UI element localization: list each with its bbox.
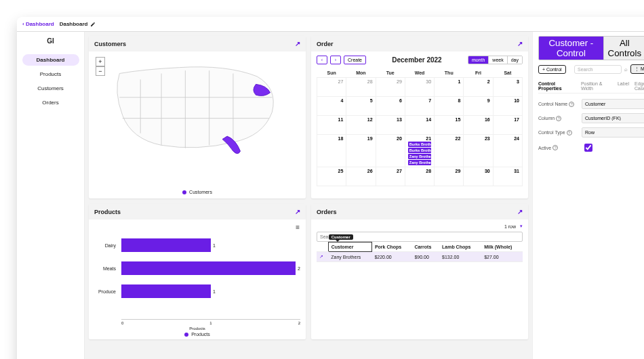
active-checkbox[interactable] — [584, 144, 592, 152]
props-search-input[interactable] — [574, 65, 622, 74]
sidebar: GI DashboardProductsCustomersOrders — [17, 32, 85, 359]
cal-cell[interactable]: 5 — [346, 97, 376, 116]
help-icon[interactable]: ? — [556, 116, 561, 121]
cal-cell[interactable]: 29 — [376, 78, 405, 97]
cal-cell[interactable]: 11 — [317, 116, 346, 135]
props-tab[interactable]: Position & Width — [581, 79, 612, 93]
control-name-input[interactable] — [582, 99, 644, 109]
scope-this-button[interactable]: Customer - Control — [539, 37, 604, 60]
view-day-button[interactable]: day — [508, 56, 522, 64]
cal-cell[interactable]: 23 — [464, 135, 493, 167]
scope-all-button[interactable]: All Controls — [604, 37, 644, 60]
cal-cell[interactable]: 10 — [493, 97, 522, 116]
map-legend: Customers — [189, 190, 212, 194]
props-tab[interactable]: Control Properties — [538, 79, 576, 93]
help-icon[interactable]: ? — [569, 102, 574, 107]
more-button[interactable]: ⋮ More — [630, 64, 644, 74]
column-input[interactable] — [582, 113, 644, 123]
view-month-button[interactable]: month — [468, 56, 489, 64]
cal-cell[interactable]: 28 — [346, 78, 376, 97]
cal-cell[interactable]: 28 — [405, 167, 434, 186]
cal-cell[interactable]: 9 — [464, 97, 493, 116]
cal-cell[interactable]: 27 — [376, 167, 405, 186]
cal-cell[interactable]: 7 — [405, 97, 434, 116]
cal-event[interactable]: Burks Brothers — [408, 148, 431, 153]
page-title: Dashboard — [60, 21, 96, 27]
cal-cell[interactable]: 13 — [376, 116, 405, 135]
orders-col-header[interactable]: Milk (Whole) — [481, 242, 523, 252]
filter-icon[interactable]: ▾ — [520, 224, 523, 229]
cal-cell[interactable]: 27 — [317, 78, 346, 97]
cal-cell[interactable]: 15 — [435, 116, 464, 135]
column-tooltip: Customer — [329, 234, 353, 240]
bar-category-label: Dairy — [94, 243, 119, 248]
sidebar-item-customers[interactable]: Customers — [22, 83, 79, 94]
popout-icon[interactable]: ↗ — [517, 40, 523, 47]
help-icon[interactable]: ? — [552, 145, 558, 150]
sidebar-item-products[interactable]: Products — [22, 68, 79, 80]
cal-cell[interactable]: 2 — [464, 78, 493, 97]
bar[interactable] — [121, 238, 211, 252]
cal-cell[interactable]: 26 — [346, 167, 376, 186]
cal-cell[interactable]: 14 — [405, 116, 434, 135]
orders-col-header[interactable]: Pork Chops — [371, 242, 411, 252]
cal-cell[interactable]: 31 — [493, 167, 522, 186]
sidebar-item-dashboard[interactable]: Dashboard — [22, 54, 79, 66]
control-type-label: Control Type? — [538, 130, 578, 135]
zoom-out-button[interactable]: − — [96, 66, 105, 76]
zoom-in-button[interactable]: + — [96, 57, 105, 66]
cal-event[interactable]: Zany Brothers — [408, 160, 431, 165]
table-row[interactable]: ↗Zany Brothers$220.00$90.00$132.00$27.00 — [317, 252, 523, 262]
props-tab[interactable]: Edge Case — [635, 79, 644, 93]
view-week-button[interactable]: week — [489, 56, 507, 64]
cal-cell[interactable]: 12 — [346, 116, 376, 135]
orders-col-header[interactable] — [317, 242, 328, 252]
cal-cell[interactable]: 30 — [464, 167, 493, 186]
bar[interactable] — [121, 284, 211, 298]
cal-event[interactable]: Burks Brothers — [408, 142, 431, 147]
cal-next-button[interactable]: › — [330, 56, 341, 64]
cal-cell[interactable]: 4 — [317, 97, 346, 116]
cal-cell[interactable]: 22 — [435, 135, 464, 167]
brand-logo: GI — [47, 37, 54, 45]
add-control-button[interactable]: + Control — [538, 65, 566, 74]
cal-cell[interactable]: 8 — [435, 97, 464, 116]
cal-cell[interactable]: 3 — [493, 78, 522, 97]
cal-cell[interactable]: 1 — [435, 78, 464, 97]
us-map[interactable]: + − Customers — [94, 56, 300, 194]
cal-cell[interactable]: 16 — [464, 116, 493, 135]
cal-prev-button[interactable]: ‹ — [317, 56, 327, 64]
cal-cell[interactable]: 30 — [405, 78, 434, 97]
orders-col-header[interactable]: Carrots — [411, 242, 439, 252]
cal-event[interactable]: Zany Brothers — [408, 154, 431, 159]
edit-icon[interactable] — [90, 22, 96, 27]
sidebar-item-orders[interactable]: Orders — [22, 97, 79, 108]
bar[interactable] — [121, 261, 296, 275]
cal-cell[interactable]: 21Burks BrothersBurks BrothersZany Broth… — [405, 135, 434, 167]
cal-cell[interactable]: 17 — [493, 116, 522, 135]
orders-col-header[interactable]: CustomerCustomer — [328, 242, 371, 252]
popout-icon[interactable]: ↗ — [517, 208, 523, 215]
cal-cell[interactable]: 25 — [317, 167, 346, 186]
cal-cell[interactable]: 29 — [435, 167, 464, 186]
legend-dot-icon — [184, 333, 188, 337]
popout-icon[interactable]: ↗ — [295, 208, 300, 215]
control-type-input[interactable] — [582, 127, 644, 138]
back-link[interactable]: ‹ Dashboard — [22, 21, 54, 27]
chart-menu-icon[interactable]: ≡ — [296, 224, 300, 231]
open-row-icon[interactable]: ↗ — [317, 252, 328, 262]
control-name-label: Control Name? — [538, 102, 578, 107]
calendar-grid[interactable]: SunMonTueWedThuFriSat 272829301234567891… — [317, 68, 523, 186]
cal-create-button[interactable]: Create — [344, 56, 366, 64]
cal-cell[interactable]: 18 — [317, 135, 346, 167]
cal-cell[interactable]: 24 — [493, 135, 522, 167]
cal-cell[interactable]: 20 — [376, 135, 405, 167]
orders-col-header[interactable]: Lamb Chops — [439, 242, 481, 252]
props-tab[interactable]: Label — [618, 79, 629, 93]
cal-cell[interactable]: 6 — [376, 97, 405, 116]
help-icon[interactable]: ? — [567, 130, 572, 135]
active-label: Active? — [538, 145, 578, 150]
cal-cell[interactable]: 19 — [346, 135, 376, 167]
order-panel: Order ↗ ‹ › Create December 2022 month w… — [311, 36, 528, 198]
popout-icon[interactable]: ↗ — [295, 40, 300, 47]
